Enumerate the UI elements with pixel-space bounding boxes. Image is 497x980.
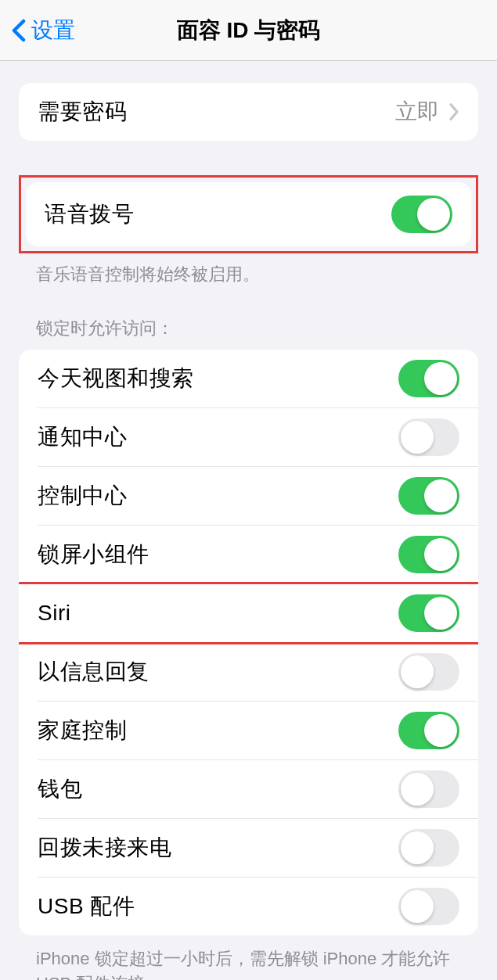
reply-with-message-toggle[interactable] <box>398 653 459 691</box>
notification-center-toggle[interactable] <box>398 418 459 456</box>
toggle-knob <box>424 362 457 395</box>
control-center-label: 控制中心 <box>38 481 127 511</box>
require-passcode-group: 需要密码 立即 <box>19 83 478 141</box>
control-center-row: 控制中心 <box>19 467 478 525</box>
toggle-knob <box>401 831 434 864</box>
voice-dial-highlight: 语音拨号 <box>19 175 478 253</box>
toggle-knob <box>424 714 457 747</box>
allow-access-group: 今天视图和搜索 通知中心 控制中心 锁屏小组件 Siri 以信息回复 <box>19 350 478 935</box>
return-missed-calls-label: 回拨未接来电 <box>38 833 171 863</box>
today-view-label: 今天视图和搜索 <box>38 364 194 393</box>
control-center-toggle[interactable] <box>398 477 459 515</box>
usb-footer: iPhone 锁定超过一小时后，需先解锁 iPhone 才能允许 USB 配件连… <box>19 935 478 980</box>
home-control-toggle[interactable] <box>398 712 459 749</box>
voice-dial-toggle[interactable] <box>391 196 452 233</box>
home-control-label: 家庭控制 <box>38 716 127 745</box>
toggle-knob <box>424 597 457 630</box>
require-passcode-value: 立即 <box>395 97 439 127</box>
wallet-label: 钱包 <box>38 774 82 804</box>
require-passcode-row[interactable]: 需要密码 立即 <box>19 83 478 141</box>
chevron-right-icon <box>448 102 459 121</box>
home-control-row: 家庭控制 <box>19 702 478 759</box>
notification-center-row: 通知中心 <box>19 408 478 466</box>
siri-row: Siri <box>19 584 478 642</box>
toggle-knob <box>401 421 434 454</box>
toggle-knob <box>424 479 457 512</box>
voice-dial-group: 语音拨号 <box>26 182 471 246</box>
toggle-knob <box>401 773 434 806</box>
usb-accessories-toggle[interactable] <box>398 888 459 925</box>
return-missed-calls-row: 回拨未接来电 <box>19 819 478 877</box>
back-label: 设置 <box>31 16 75 45</box>
toggle-knob <box>401 655 434 688</box>
today-view-row: 今天视图和搜索 <box>19 350 478 407</box>
today-view-toggle[interactable] <box>398 360 459 397</box>
reply-with-message-label: 以信息回复 <box>38 657 149 687</box>
usb-accessories-row: USB 配件 <box>19 878 478 935</box>
return-missed-calls-toggle[interactable] <box>398 829 459 867</box>
lock-screen-widgets-label: 锁屏小组件 <box>38 540 149 569</box>
navigation-bar: 设置 面容 ID 与密码 <box>0 0 497 61</box>
chevron-left-icon <box>11 19 27 42</box>
allow-access-header: 锁定时允许访问： <box>19 287 478 350</box>
lock-screen-widgets-toggle[interactable] <box>398 536 459 573</box>
siri-toggle[interactable] <box>398 594 459 632</box>
usb-accessories-label: USB 配件 <box>38 892 135 921</box>
notification-center-label: 通知中心 <box>38 422 127 452</box>
voice-dial-footer: 音乐语音控制将始终被启用。 <box>19 253 478 287</box>
siri-label: Siri <box>38 601 70 626</box>
voice-dial-row: 语音拨号 <box>26 182 471 246</box>
wallet-toggle[interactable] <box>398 770 459 808</box>
lock-screen-widgets-row: 锁屏小组件 <box>19 526 478 583</box>
require-passcode-label: 需要密码 <box>38 97 127 127</box>
reply-with-message-row: 以信息回复 <box>19 643 478 701</box>
voice-dial-label: 语音拨号 <box>45 199 134 229</box>
wallet-row: 钱包 <box>19 760 478 818</box>
back-button[interactable]: 设置 <box>0 16 75 45</box>
toggle-knob <box>424 538 457 571</box>
toggle-knob <box>401 890 434 923</box>
page-title: 面容 ID 与密码 <box>177 16 321 45</box>
toggle-knob <box>417 198 450 231</box>
